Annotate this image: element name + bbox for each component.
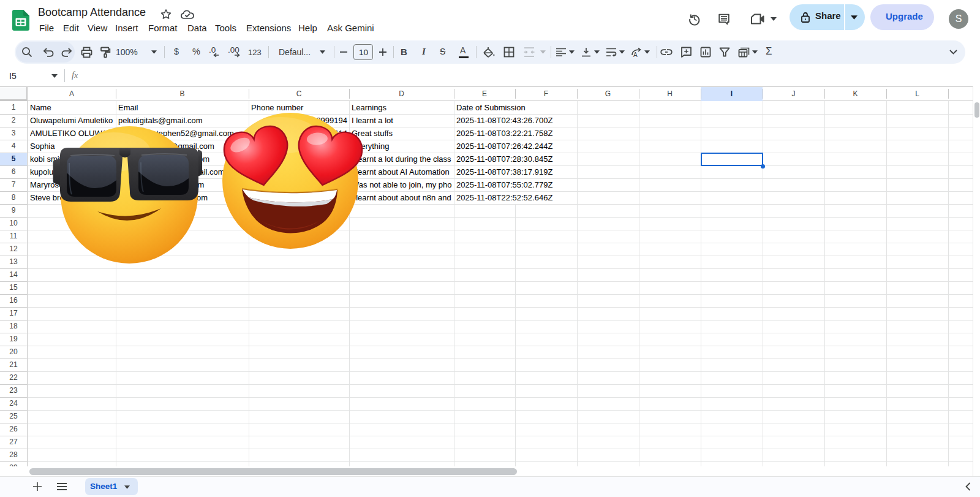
svg-text:A: A <box>633 51 638 58</box>
